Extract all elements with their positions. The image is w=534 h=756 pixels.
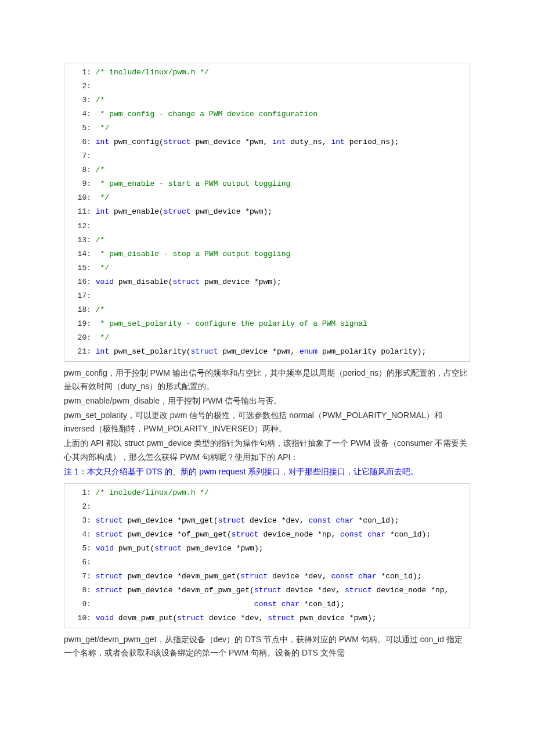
- line-number: 7:: [69, 149, 91, 163]
- paragraph-pwm-get: pwm_get/devm_pwm_get，从指定设备（dev）的 DTS 节点中…: [64, 633, 470, 660]
- code-token: int: [96, 138, 109, 146]
- code-token: [91, 600, 254, 609]
- code-token: pwm_set_polarity(: [109, 347, 190, 356]
- code-token: */: [91, 264, 109, 272]
- line-number: 2:: [69, 80, 91, 93]
- line-number: 2:: [69, 500, 91, 514]
- line-number: 6:: [69, 556, 91, 570]
- code-token: [91, 138, 96, 146]
- code-token: pwm_polarity polarity);: [317, 347, 426, 356]
- code-token: void: [96, 614, 114, 622]
- code-token: int: [96, 347, 109, 356]
- line-number: 10:: [69, 611, 91, 625]
- code-token: device *dev,: [245, 516, 308, 525]
- code-token: *con_id);: [385, 530, 431, 539]
- code-token: const: [308, 516, 331, 525]
- code-token: [91, 152, 100, 160]
- code-token: struct: [232, 530, 259, 539]
- code-token: [91, 614, 96, 622]
- code-token: int: [96, 207, 109, 216]
- code-token: pwm_device *pwm_get(: [123, 516, 218, 525]
- line-number: 1:: [69, 66, 91, 80]
- code-token: /*: [91, 96, 104, 105]
- line-number: 11:: [69, 205, 91, 219]
- line-number: 1:: [69, 486, 91, 500]
- code-token: int: [272, 138, 286, 146]
- line-number: 3:: [69, 514, 91, 528]
- code-token: /*: [91, 236, 104, 244]
- code-token: device *dev,: [204, 614, 268, 622]
- line-number: 14:: [69, 247, 91, 261]
- note-1: 注 1：本文只介绍基于 DTS 的、新的 pwm request 系列接口，对于…: [64, 465, 470, 478]
- code-token: struct: [254, 586, 282, 595]
- code-token: [91, 558, 100, 567]
- line-number: 13:: [69, 233, 91, 247]
- line-number: 18:: [69, 303, 91, 317]
- line-number: 4:: [69, 107, 91, 121]
- code-token: pwm_enable(: [109, 207, 164, 216]
- code-token: * pwm_disable - stop a PWM output toggli…: [91, 250, 290, 258]
- code-token: const: [331, 572, 354, 581]
- paragraph-pwm-enable-disable: pwm_enable/pwm_disable，用于控制 PWM 信号输出与否。: [64, 394, 470, 408]
- code-token: const: [254, 600, 277, 609]
- code-token: [91, 572, 96, 581]
- code-block-1: 1: /* include/linux/pwm.h */ 2: 3: /* 4:…: [64, 63, 470, 362]
- code-token: struct: [240, 572, 268, 581]
- code-token: [91, 544, 96, 553]
- code-token: device *dev,: [282, 586, 345, 595]
- code-token: [91, 278, 96, 286]
- code-token: [91, 222, 100, 231]
- line-number: 6:: [69, 135, 91, 149]
- code-token: const: [340, 530, 363, 539]
- code-token: * pwm_config - change a PWM device confi…: [91, 110, 317, 118]
- line-number: 12:: [69, 219, 91, 233]
- line-number: 3:: [69, 93, 91, 107]
- code-token: struct: [177, 614, 204, 622]
- paragraph-pwm-set-polarity: pwm_set_polarity，可以更改 pwm 信号的极性，可选参数包括 n…: [64, 409, 470, 435]
- line-number: 16:: [69, 275, 91, 289]
- code-token: [91, 586, 96, 595]
- code-token: [91, 291, 100, 300]
- line-number: 5:: [69, 121, 91, 135]
- code-token: */: [91, 124, 109, 132]
- line-number: 8:: [69, 163, 91, 177]
- line-number: 4:: [69, 528, 91, 542]
- paragraph-api-handle: 上面的 API 都以 struct pwm_device 类型的指针为操作句柄，…: [64, 437, 470, 463]
- code-token: struct: [218, 516, 245, 525]
- code-token: pwm_device *devm_of_pwm_get(: [123, 586, 254, 595]
- line-number: 17:: [69, 289, 91, 303]
- code-token: pwm_device *pwm,: [191, 138, 272, 146]
- code-token: pwm_config(: [109, 138, 164, 146]
- code-token: char: [335, 516, 353, 525]
- code-token: pwm_device *pwm);: [182, 544, 263, 553]
- code-token: struct: [172, 278, 200, 286]
- code-token: *con_id);: [377, 572, 422, 581]
- code-token: /*: [91, 305, 104, 314]
- code-token: struct: [154, 544, 182, 553]
- line-number: 5:: [69, 542, 91, 556]
- paragraph-pwm-config: pwm_config，用于控制 PWM 输出信号的频率和占空比，其中频率是以周期…: [64, 366, 470, 393]
- line-number: 21:: [69, 345, 91, 359]
- line-number: 7:: [69, 570, 91, 584]
- code-token: pwm_device *pwm);: [200, 278, 281, 286]
- code-token: char: [282, 600, 300, 609]
- code-token: pwm_device *pwm,: [218, 347, 299, 356]
- line-number: 9:: [69, 177, 91, 191]
- code-token: struct: [345, 586, 372, 595]
- line-number: 9:: [69, 597, 91, 611]
- code-token: char: [367, 530, 385, 539]
- code-token: device_node *np,: [259, 530, 340, 539]
- code-token: [277, 600, 282, 609]
- code-token: pwm_put(: [114, 544, 154, 553]
- code-token: */: [91, 193, 109, 202]
- code-token: struct: [191, 347, 218, 356]
- code-block-2: 1: /* include/linux/pwm.h */ 2: 3: struc…: [64, 483, 470, 628]
- code-token: pwm_device *of_pwm_get(: [123, 530, 232, 539]
- code-token: [91, 502, 100, 511]
- code-token: /*: [91, 165, 104, 174]
- line-number: 20:: [69, 331, 91, 345]
- code-token: * pwm_enable - start a PWM output toggli…: [91, 179, 290, 188]
- code-token: pwm_disable(: [114, 278, 172, 286]
- code-token: struct: [164, 207, 191, 216]
- code-token: * pwm_set_polarity - configure the polar…: [91, 319, 367, 328]
